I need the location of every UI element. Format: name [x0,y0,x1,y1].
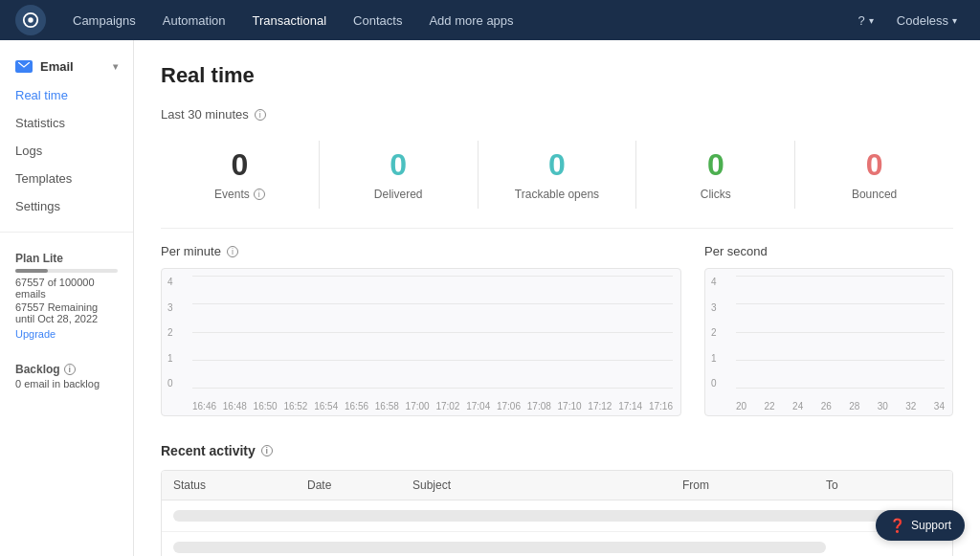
chart-per-minute-title: Per minute i [161,244,681,258]
logo-icon [22,11,39,29]
stat-events: 0 Events i [161,141,319,209]
stat-events-label: Events i [161,188,319,201]
chevron-down-icon: ▾ [952,15,957,26]
sidebar-item-realtime[interactable]: Real time [0,81,133,109]
sidebar-item-settings[interactable]: Settings [0,192,133,220]
last-30-info-icon[interactable]: i [255,109,266,121]
page-title: Real time [161,63,953,88]
plan-remaining: 67557 Remaining until Oct 28, 2022 [15,301,118,324]
stat-bounced-label: Bounced [795,188,953,201]
col-subject: Subject [412,478,682,492]
plan-title: Plan Lite [15,252,118,265]
last-30-header: Last 30 minutes i [161,107,953,122]
backlog-title: Backlog i [15,363,118,376]
nav-right: ? ▾ Codeless ▾ [851,10,965,32]
last-30-label: Last 30 minutes [161,107,249,122]
nav-automation[interactable]: Automation [151,8,237,33]
main-content: Real time Last 30 minutes i 0 Events i 0… [134,40,980,556]
stat-delivered-value: 0 [320,148,478,182]
chart-per-minute-grid [192,277,673,389]
sidebar-item-logs[interactable]: Logs [0,137,133,165]
chart-per-second-container: 01234 2022242628303234 [704,268,953,416]
account-button[interactable]: Codeless ▾ [889,10,965,32]
support-icon: ❓ [889,518,905,533]
svg-point-1 [28,17,33,22]
stat-trackable-label: Trackable opens [479,188,636,201]
table-row [162,532,952,556]
sidebar-item-statistics[interactable]: Statistics [0,109,133,137]
stat-bounced-value: 0 [795,148,953,182]
email-svg [18,62,30,71]
events-info-icon[interactable]: i [254,189,265,200]
activity-table: Status Date Subject From To [161,470,953,556]
sidebar: Email ▾ Real time Statistics Logs Templa… [0,40,134,556]
sidebar-divider [0,232,133,233]
backlog-value: 0 email in backlog [15,378,118,389]
stat-trackable-value: 0 [479,148,636,182]
col-date: Date [307,478,412,492]
support-label: Support [911,519,951,532]
email-icon [15,60,33,73]
sidebar-email-section[interactable]: Email ▾ [0,52,133,81]
sidebar-item-templates[interactable]: Templates [0,165,133,192]
chart-per-minute-xaxis: 16:4616:4816:5016:5216:5416:5616:5817:00… [192,401,673,411]
plan-progress-bar [15,269,118,273]
stat-clicks: 0 Clicks [636,141,794,209]
sidebar-collapse-icon: ▾ [113,61,118,72]
plan-usage: 67557 of 100000 emails [15,277,118,300]
help-button[interactable]: ? ▾ [851,10,881,32]
sidebar-backlog: Backlog i 0 email in backlog [0,355,133,397]
table-row [162,500,952,532]
backlog-info-icon[interactable]: i [64,364,76,375]
chart-per-minute: Per minute i 01234 16:4616:4 [161,244,681,416]
section-divider-1 [161,228,953,229]
stat-events-value: 0 [161,148,319,182]
sidebar-email-label: Email [40,59,74,74]
sidebar-plan: Plan Lite 67557 of 100000 emails 67557 R… [0,244,133,347]
col-status: Status [173,478,307,492]
support-button[interactable]: ❓ Support [876,510,965,541]
nav-campaigns[interactable]: Campaigns [61,8,147,33]
stat-clicks-value: 0 [636,148,794,182]
recent-activity-section: Recent activity i Status Date Subject Fr… [161,443,953,556]
chart-per-second-yaxis: 01234 [711,277,717,389]
chart-per-minute-container: 01234 16:4616:4816:5016:5216:5416:5616:5… [161,268,681,416]
chart-per-second-xaxis: 2022242628303234 [736,401,945,411]
chart-per-second-title: Per second [704,244,953,258]
chart-per-second: Per second 01234 2022242628303234 [704,244,953,416]
stat-delivered: 0 Delivered [320,141,478,209]
chart-per-minute-yaxis: 01234 [167,277,173,389]
chart-per-second-grid [736,277,945,389]
stat-clicks-label: Clicks [636,188,794,201]
plan-progress-fill [15,269,48,273]
top-nav: Campaigns Automation Transactional Conta… [0,0,980,40]
per-minute-info-icon[interactable]: i [227,246,238,257]
activity-table-header: Status Date Subject From To [162,471,952,500]
app-layout: Email ▾ Real time Statistics Logs Templa… [0,40,980,556]
nav-transactional[interactable]: Transactional [241,8,339,33]
charts-row: Per minute i 01234 16:4616:4 [161,244,953,416]
nav-add-apps[interactable]: Add more apps [417,8,524,33]
stat-trackable: 0 Trackable opens [479,141,636,209]
logo[interactable] [15,5,46,35]
stat-delivered-label: Delivered [320,188,478,201]
recent-activity-title: Recent activity i [161,443,953,458]
upgrade-link[interactable]: Upgrade [15,328,118,340]
col-from: From [682,478,826,492]
stat-bounced: 0 Bounced [795,141,953,209]
stats-row: 0 Events i 0 Delivered 0 Trackable opens… [161,141,953,209]
chevron-down-icon: ▾ [869,15,874,26]
nav-contacts[interactable]: Contacts [342,8,413,33]
col-to: To [826,478,941,492]
recent-activity-info-icon[interactable]: i [261,445,273,456]
